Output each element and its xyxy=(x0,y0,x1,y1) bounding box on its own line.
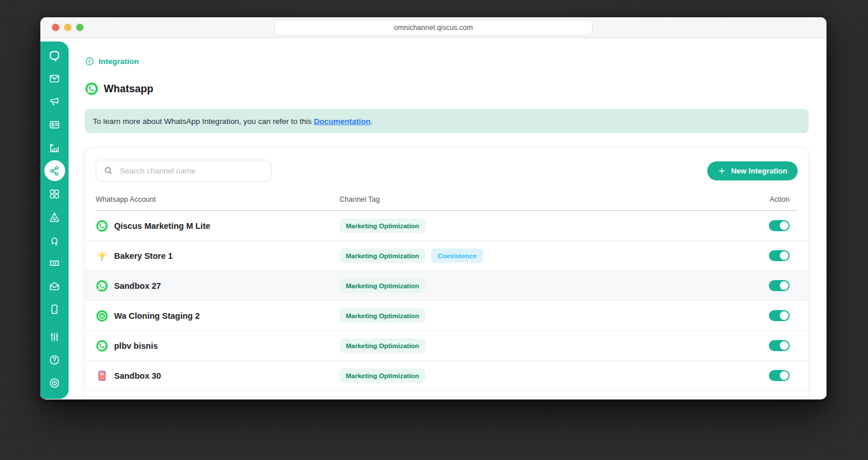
settings-icon xyxy=(48,331,61,343)
sidebar-item-analytics[interactable] xyxy=(43,136,66,159)
broadcast-icon xyxy=(48,96,61,108)
desktop-background: omnichannel.qiscus.com Integration xyxy=(0,0,868,460)
channel-name: Bakery Store 1 xyxy=(114,251,173,261)
back-link-label: Integration xyxy=(99,57,139,66)
sidebar-item-ticketing[interactable] xyxy=(43,251,66,274)
table-row[interactable]: Sandbox 27 Marketing Optimization xyxy=(85,271,808,301)
channel-name-cell: plbv bisnis xyxy=(96,340,339,352)
channel-name-cell: Sandbox 27 xyxy=(96,280,339,292)
sidebar-item-qiscus-logo[interactable] xyxy=(43,44,66,67)
svg-text:B: B xyxy=(100,313,104,318)
channel-toggle[interactable] xyxy=(769,250,790,261)
window-zoom-button[interactable] xyxy=(76,24,84,31)
browser-window: omnichannel.qiscus.com Integration xyxy=(40,17,827,399)
sidebar xyxy=(40,42,69,399)
integration-icon xyxy=(48,165,61,177)
main-content: Integration Whatsapp To learn more about… xyxy=(69,38,827,399)
channel-name-cell: Bakery Store 1 xyxy=(96,250,339,262)
sidebar-item-agent-management[interactable] xyxy=(43,228,66,251)
table-row[interactable]: Sandbox 30 Marketing Optimization xyxy=(85,361,808,391)
toggle-knob xyxy=(780,221,788,230)
app-shell: Integration Whatsapp To learn more about… xyxy=(40,38,827,399)
column-channel-tag: Channel Tag xyxy=(339,195,729,203)
sidebar-item-mobile-app[interactable] xyxy=(43,297,66,321)
channel-name: Sandbox 27 xyxy=(114,281,161,291)
search-channel-field[interactable] xyxy=(96,160,271,182)
toggle-knob xyxy=(780,281,788,290)
address-bar[interactable]: omnichannel.qiscus.com xyxy=(274,20,592,35)
table-row[interactable]: plbv bisnis Marketing Optimization xyxy=(85,331,808,361)
analytics-icon xyxy=(48,142,61,154)
channel-tags-cell: Marketing Optimization xyxy=(339,218,729,233)
back-to-integration-link[interactable]: Integration xyxy=(85,56,139,66)
table-row[interactable]: B Wa Cloning Staging 2 Marketing Optimiz… xyxy=(85,301,808,331)
sidebar-item-help[interactable] xyxy=(43,348,66,371)
whatsapp-icon xyxy=(96,340,108,352)
channels-card: New Integration Whatsapp Account Channel… xyxy=(85,148,809,399)
traffic-lights xyxy=(40,24,84,31)
column-whatsapp-account: Whatsapp Account xyxy=(96,195,339,203)
channel-tag: Marketing Optimization xyxy=(339,368,425,383)
table-row[interactable]: Bakery Store 1 Marketing OptimizationCoe… xyxy=(85,241,808,271)
sidebar-item-mailbox[interactable] xyxy=(43,274,66,297)
browser-titlebar: omnichannel.qiscus.com xyxy=(40,17,827,38)
sidebar-item-contacts[interactable] xyxy=(43,113,66,136)
robolabs-icon xyxy=(48,211,61,223)
window-minimize-button[interactable] xyxy=(64,24,71,31)
channel-tag: Marketing Optimization xyxy=(339,248,425,263)
channel-tag: Marketing Optimization xyxy=(339,308,425,323)
table-body: Qiscus Marketing M Lite Marketing Optimi… xyxy=(85,211,808,391)
channel-tags-cell: Marketing OptimizationCoexistence xyxy=(339,248,729,263)
channel-name: Qiscus Marketing M Lite xyxy=(114,221,210,231)
toggle-knob xyxy=(780,311,788,320)
inbox-icon xyxy=(48,73,61,85)
column-action: Action xyxy=(729,195,798,203)
channel-tags-cell: Marketing Optimization xyxy=(339,308,729,323)
whatsapp-icon xyxy=(96,220,108,232)
channel-name-cell: B Wa Cloning Staging 2 xyxy=(96,310,339,322)
mobile-app-icon xyxy=(48,303,61,315)
documentation-link[interactable]: Documentation xyxy=(314,117,370,126)
channel-toggle[interactable] xyxy=(769,280,790,291)
toggle-knob xyxy=(780,251,788,260)
sidebar-top-group xyxy=(43,44,66,321)
contacts-icon xyxy=(48,119,61,131)
sidebar-item-logout[interactable] xyxy=(43,371,66,394)
channel-name: Sandbox 30 xyxy=(114,371,161,380)
channel-action-cell xyxy=(729,250,798,261)
orange-notebook-icon xyxy=(96,369,108,382)
help-icon xyxy=(48,354,61,366)
channel-toggle[interactable] xyxy=(769,310,790,321)
search-icon xyxy=(103,165,114,176)
channel-tags-cell: Marketing Optimization xyxy=(339,278,729,293)
sidebar-item-inbox[interactable] xyxy=(43,67,66,90)
channel-name: Wa Cloning Staging 2 xyxy=(114,311,199,321)
card-toolbar: New Integration xyxy=(96,160,798,182)
channel-tags-cell: Marketing Optimization xyxy=(339,338,729,353)
sidebar-item-broadcast[interactable] xyxy=(43,90,66,113)
whatsapp-icon xyxy=(96,280,108,292)
sidebar-item-settings[interactable] xyxy=(43,325,66,348)
window-close-button[interactable] xyxy=(52,24,59,31)
plus-icon xyxy=(718,167,726,175)
ticketing-icon xyxy=(48,257,61,269)
page-title: Whatsapp xyxy=(104,83,153,95)
sidebar-item-robolabs[interactable] xyxy=(43,205,66,228)
channel-action-cell xyxy=(729,310,798,321)
whatsapp-business-icon: B xyxy=(96,310,108,322)
table-row[interactable]: Qiscus Marketing M Lite Marketing Optimi… xyxy=(85,211,808,241)
channel-action-cell xyxy=(729,280,798,291)
channel-action-cell xyxy=(729,220,798,231)
channel-toggle[interactable] xyxy=(769,370,790,381)
mailbox-icon xyxy=(48,280,61,292)
search-channel-input[interactable] xyxy=(119,166,264,176)
channel-toggle[interactable] xyxy=(769,340,790,351)
sidebar-item-integration[interactable] xyxy=(44,160,65,181)
channel-name-cell: Qiscus Marketing M Lite xyxy=(96,220,339,232)
channel-toggle[interactable] xyxy=(769,220,790,231)
info-banner: To learn more about WhatsApp Integration… xyxy=(85,109,809,133)
channel-tag: Marketing Optimization xyxy=(339,218,425,233)
logout-icon xyxy=(48,377,61,389)
new-integration-button[interactable]: New Integration xyxy=(707,161,798,180)
sidebar-item-apps[interactable] xyxy=(43,182,66,205)
